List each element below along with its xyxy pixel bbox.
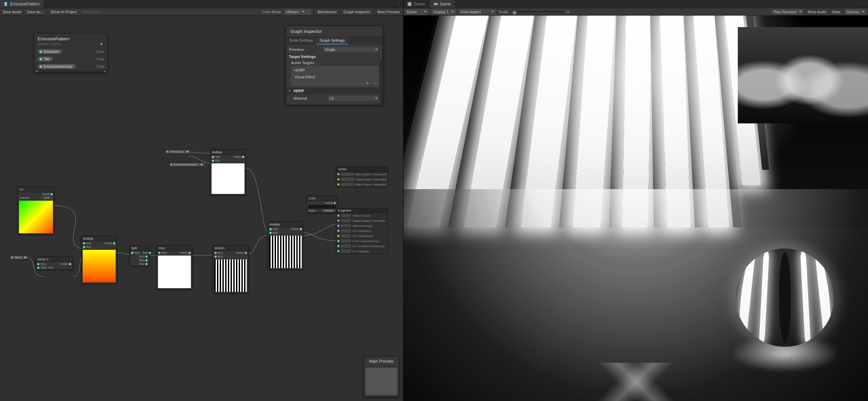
node-multiply-uv[interactable]: Multiply A(2)Out(2) B(2) (81, 236, 117, 284)
blackboard-title: EmissivePattern (34, 34, 107, 42)
svg-rect-2 (5, 3, 6, 4)
node-split[interactable]: Split In(2)R(1) G(1) B(1) A(1) (130, 245, 149, 266)
tab-label: EmissivePattern (10, 2, 40, 6)
node-vector2[interactable]: Vector 2 X(1)Out(2) X 0Y(1) (36, 257, 73, 270)
node-property-tile[interactable]: Tile(1) (9, 255, 29, 260)
aspect-dropdown[interactable]: Free Aspect (459, 9, 496, 15)
material-dropdown[interactable]: Lit (328, 96, 380, 101)
tab-scene[interactable]: Scene (403, 0, 430, 8)
node-property-emissive[interactable]: Emissive(1) (165, 149, 191, 154)
game-pane: Scene Game Game Display 1 Free Aspect Sc… (403, 0, 868, 401)
prop-type: Float (97, 57, 104, 61)
color-mode-dd[interactable]: Default (322, 209, 336, 212)
svg-rect-1 (5, 3, 6, 3)
hdrp-section-header[interactable]: HDRP (286, 88, 382, 94)
material-label: Material (294, 96, 328, 100)
tab-node-settings[interactable]: Node Settings (286, 37, 316, 44)
blackboard-prop-tile[interactable]: Tile Float (34, 55, 107, 63)
tab-graph-settings[interactable]: Graph Settings (316, 37, 348, 44)
node-uv[interactable]: UV Out(4) ChannelUV0 (18, 187, 54, 235)
target-settings-label: Target Settings (289, 53, 380, 60)
node-floor[interactable]: Floor In(1)Out(1) (157, 245, 192, 289)
save-asset-button[interactable]: Save Asset (0, 8, 24, 15)
target-add-button[interactable]: + (365, 81, 370, 85)
tab-emissivepattern[interactable]: EmissivePattern (0, 0, 44, 8)
game-toolbar: Game Display 1 Free Aspect Scale 1x Play… (403, 8, 868, 16)
blackboard-prop-emissive[interactable]: Emissive Color (34, 48, 107, 55)
precision-dropdown[interactable]: Single (323, 47, 380, 52)
shadergraph-toolbar: Save Asset Save As... Show In Project Ch… (0, 8, 403, 16)
main-preview-title: Main Preview (364, 357, 399, 366)
scale-slider[interactable] (512, 9, 563, 14)
game-viewport[interactable] (403, 16, 868, 401)
active-targets-list: HDRP Visual Effect + − (291, 66, 380, 86)
blackboard-add-button[interactable]: + (99, 41, 104, 46)
graph-inspector-toggle[interactable]: Graph Inspector (340, 8, 374, 15)
game-mode-dropdown[interactable]: Game (405, 9, 429, 15)
left-tab-menu-icon[interactable] (395, 0, 403, 8)
color-mode-dropdown[interactable]: <None> (284, 9, 311, 15)
right-tab-menu-icon[interactable] (860, 0, 868, 8)
mute-audio-toggle[interactable]: Mute Audio (805, 8, 829, 15)
scene-icon (408, 2, 412, 6)
graph-inspector-panel[interactable]: Graph Inspector Node Settings Graph Sett… (286, 26, 383, 105)
blackboard-panel[interactable]: EmissivePattern Shader Graphs + Emissive… (34, 33, 108, 73)
node-vertex-stack[interactable]: Vertex Object Space • Position(3) Object… (336, 166, 388, 187)
prop-pill[interactable]: EmissiveIntensity (38, 64, 76, 69)
scroll-right-icon[interactable]: ▶ (104, 70, 106, 73)
node-fragment-stack[interactable]: Fragment • Base Color(3) Tangent Space •… (336, 208, 388, 254)
target-remove-button[interactable]: − (372, 81, 378, 85)
main-preview-viewport[interactable] (366, 368, 397, 395)
shader-graph-pane: EmissivePattern Save Asset Save As... Sh… (0, 0, 403, 401)
precision-label: Precision (289, 47, 323, 52)
game-icon (434, 2, 438, 6)
scale-label: Scale (497, 10, 510, 14)
graph-canvas[interactable]: EmissivePattern Shader Graphs + Emissive… (0, 16, 403, 401)
main-preview-toggle[interactable]: Main Preview (374, 8, 403, 15)
node-color[interactable]: Color Out(4) ModeDefault (307, 196, 337, 213)
inspector-scrollbar[interactable] (379, 44, 382, 105)
right-tab-bar: Scene Game (403, 0, 868, 8)
target-visualeffect[interactable]: Visual Effect (291, 74, 380, 80)
svg-rect-5 (434, 3, 438, 5)
prop-type: Float (97, 65, 104, 68)
uv-channel-dropdown[interactable]: UV0 (40, 196, 53, 199)
main-preview-panel[interactable]: Main Preview (363, 357, 399, 397)
tab-game[interactable]: Game (430, 0, 455, 8)
play-focused-dropdown[interactable]: Play Focused (772, 9, 804, 15)
show-in-project-button[interactable]: Show In Project (48, 8, 80, 15)
blackboard-hscrollbar[interactable]: ◀ ▶ (34, 70, 107, 72)
prop-type: Color (96, 50, 104, 54)
left-tab-bar: EmissivePattern (0, 0, 403, 8)
gizmos-dropdown[interactable]: Gizmos (845, 9, 867, 15)
prop-pill[interactable]: Tile (38, 57, 53, 61)
display-dropdown[interactable]: Display 1 (431, 9, 456, 15)
active-targets-label: Active Targets (291, 61, 314, 65)
save-as-button[interactable]: Save As... (24, 8, 46, 15)
node-multiply-final[interactable]: Multiply A(4)Out(4) B(4) (268, 222, 303, 269)
node-modulo[interactable]: Modulo A(1)Out(1) B(1) (213, 245, 249, 293)
blackboard-subtitle: Shader Graphs (34, 42, 107, 48)
svg-rect-0 (4, 2, 7, 6)
sky-reflection (738, 27, 868, 123)
stats-toggle[interactable]: Stats (829, 8, 843, 15)
node-multiply-emissive[interactable]: Multiply A(4)Out(4) B(4) (210, 149, 246, 195)
blackboard-prop-emissiveintensity[interactable]: EmissiveIntensity Float (34, 63, 107, 70)
check-out-button[interactable]: Check Out (80, 8, 103, 15)
svg-point-4 (409, 3, 411, 5)
emissive-sphere (736, 248, 834, 347)
target-hdrp[interactable]: HDRP (291, 67, 380, 74)
blackboard-toggle[interactable]: Blackboard (314, 8, 340, 15)
prop-pill[interactable]: Emissive (38, 49, 62, 54)
color-swatch[interactable] (309, 205, 336, 208)
color-mode-label: Color Mode (260, 10, 282, 14)
graph-inspector-title: Graph Inspector (286, 26, 382, 37)
scroll-left-icon[interactable]: ◀ (36, 70, 38, 73)
shadergraph-file-icon (4, 2, 8, 6)
node-property-emissiveintensity[interactable]: EmissiveIntensity(1) (169, 162, 205, 167)
scale-value: 1x (565, 10, 571, 14)
